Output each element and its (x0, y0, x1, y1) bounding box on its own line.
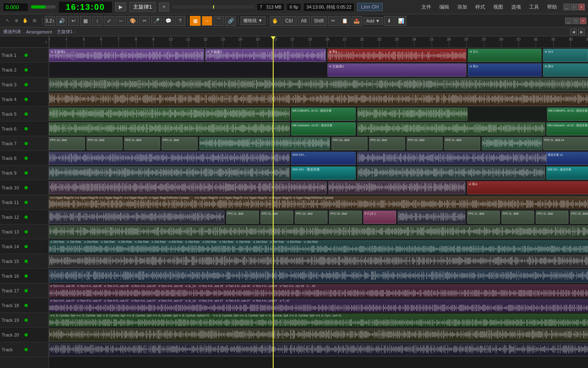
grid-label[interactable]: 栅格线 ▼ (241, 16, 265, 25)
clip-track11-bg[interactable]: ⊲⊲ Hyper RagsTo ⊲⊲ Hyper RagsTo ⊲⊲ Hyper… (49, 196, 588, 209)
clip-track8-1[interactable] (49, 152, 290, 165)
clip-track7-8[interactable]: FPC Gl...Bell (407, 137, 443, 150)
clip-track17-bg[interactable]: ⊲ Tom 4 H...ock #6 ⊲ Tom 4 H...ock #6 ⊲ … (49, 284, 588, 297)
tool-alt[interactable]: Alt (298, 16, 310, 26)
tool-comment[interactable]: 💬 (163, 16, 174, 26)
clip-track7-3[interactable]: FPC G...Bell (124, 137, 160, 150)
scroll-icon[interactable]: ✋ (21, 17, 29, 25)
clip-track12-2[interactable]: FPC G...Bell (226, 211, 259, 224)
clip-track10-3[interactable] (328, 181, 466, 194)
clip-track12-3[interactable]: FPC G...Bell (261, 211, 293, 224)
cursor-icon[interactable]: ↖ (3, 17, 11, 25)
tool-hand[interactable]: 🖐 (270, 16, 281, 26)
tool-ctrl[interactable]: Ctrl (282, 16, 296, 26)
clip-track20-1[interactable] (49, 328, 588, 341)
menu-add[interactable]: 添加 (456, 3, 469, 11)
clip-track1-1[interactable]: ⊲ 主旋律1 (49, 49, 204, 62)
add-pattern-button[interactable]: + (159, 2, 169, 11)
track-10-led[interactable] (24, 186, 28, 189)
clip-track12-10[interactable]: FPC G...Bell (536, 211, 568, 224)
tool-collapse[interactable]: ↕ (92, 16, 102, 26)
clip-track8-2[interactable]: 909 OH... (291, 152, 356, 165)
clip-track5-3[interactable] (357, 108, 468, 121)
track-1-led[interactable] (24, 54, 28, 57)
tool-copy[interactable]: 📋 (340, 16, 350, 26)
tool-mixer[interactable]: 📊 (396, 16, 406, 26)
clip-track6-3[interactable] (357, 122, 545, 135)
clip-track6-1[interactable] (49, 122, 290, 135)
tool-paste[interactable]: 📤 (352, 16, 362, 26)
maximize-button[interactable]: □ (571, 4, 577, 10)
clip-track9-1[interactable] (49, 166, 290, 180)
clip-track12-8[interactable]: FPC G...Bell (467, 211, 500, 224)
track-9-led[interactable] (24, 171, 28, 175)
clip-track14-bg[interactable]: ⊲ Zild Ride ⊲ Zild Ride ⊲ Zild Ride ⊲ Zi… (49, 240, 588, 253)
track-4-led[interactable] (24, 98, 28, 101)
track-3-led[interactable] (24, 83, 28, 86)
clip-track7-5[interactable] (199, 137, 330, 150)
clip-track7-7[interactable]: FPC Gl...Bell (369, 137, 405, 150)
clip-track2-2[interactable]: ⊲ 和2 (468, 63, 541, 76)
minimize-button[interactable]: _ (564, 4, 570, 10)
clip-track16-1[interactable] (49, 269, 588, 283)
track-2-led[interactable] (24, 68, 28, 72)
clip-track4-1[interactable] (49, 93, 588, 106)
tool-link[interactable]: 🔗 (225, 16, 236, 26)
tool-curve[interactable]: ⌒ (214, 16, 224, 26)
breadcrumb-arrangement[interactable]: Arrangement (26, 29, 52, 34)
tool-help[interactable]: ? (175, 16, 185, 26)
clip-track12-6[interactable]: F C j E 1 (363, 211, 396, 224)
menu-tools[interactable]: 工具 (528, 3, 541, 11)
scroll-left-btn[interactable]: ◀ (570, 29, 577, 35)
clip-track5-4[interactable]: MA CoffeePo...le 01 - 通道音量 (547, 108, 588, 121)
tool-record[interactable]: 🎤 (151, 16, 162, 26)
clip-track5-2[interactable]: MA CoffeePo...le 01 - 通道音量 (291, 108, 356, 121)
clip-track8-4[interactable]: 通道音量 x2 (546, 152, 588, 165)
tool-grid[interactable]: ▦ (80, 16, 91, 26)
track-11-led[interactable] (24, 201, 28, 204)
clip-track2-3[interactable]: ⊲ 和3 (543, 63, 588, 76)
close-button[interactable]: × (578, 4, 585, 10)
clip-track6-2[interactable]: MA Carboard...ck 02 - 通道音量 (291, 122, 356, 135)
clip-track1-5[interactable]: ⊲ 分2 (543, 49, 588, 62)
clip-track7-10[interactable] (482, 137, 542, 150)
track-7-led[interactable] (24, 142, 28, 145)
clip-track19-bg[interactable]: ⊲⊲ JL Cymbal..Spli ⊲⊲ JL Cymbal..Spli ⊲ … (49, 314, 588, 327)
arrange-close[interactable]: × (580, 18, 586, 24)
tool-zoom-level[interactable]: 3.2↕ (45, 16, 55, 26)
snap-icon[interactable]: ⊞ (30, 17, 38, 25)
track-5-led[interactable] (24, 112, 28, 116)
tool-arrow[interactable]: → (202, 16, 212, 26)
clip-track7-6[interactable]: FPC Gl...Bell (332, 137, 368, 150)
play-button[interactable]: ▶ (115, 2, 126, 11)
clip-track9-3[interactable] (357, 166, 545, 180)
tool-undo-redo[interactable]: ↩ (68, 16, 79, 26)
breadcrumb-playlists[interactable]: 播放列表 (3, 29, 21, 35)
clip-track7-4[interactable]: FPC G...Bell (162, 137, 198, 150)
track-18-led[interactable] (24, 304, 28, 307)
zoom-icon[interactable]: ⊕ (12, 17, 20, 25)
clip-track5-1[interactable] (49, 108, 290, 121)
track-13-led[interactable] (24, 230, 28, 233)
clip-track12-11[interactable]: FPC Gl...Bell (570, 211, 588, 224)
tool-resize[interactable]: ⤢ (104, 16, 114, 26)
track-16-led[interactable] (24, 274, 28, 278)
clip-track12-5[interactable]: FPC Gl...Bell (329, 211, 362, 224)
add-label[interactable]: Add ▼ (363, 17, 383, 25)
tool-pattern-view[interactable]: ▦ (190, 16, 200, 26)
clip-track12-9[interactable]: FPC G...Bell (501, 211, 534, 224)
track-14-led[interactable] (24, 245, 28, 248)
clip-track12-4[interactable]: FPC Gl...Bell (295, 211, 327, 224)
clip-track15-1[interactable] (49, 255, 588, 268)
clip-track12-7[interactable] (398, 211, 466, 224)
track-20-led[interactable] (24, 333, 28, 337)
clip-track7-9[interactable]: FPC G...Bell (444, 137, 480, 150)
clip-track9-2[interactable]: 909 OH - 通道音量 (291, 166, 356, 180)
clip-track12-1[interactable] (49, 211, 225, 224)
volume-slider[interactable] (31, 5, 56, 9)
clip-track7-11[interactable]: FPC G...Bell x4 (543, 137, 588, 150)
menu-options[interactable]: 选项 (510, 3, 523, 11)
clip-track6-4[interactable]: MA Carboard...ck 02 - 通道音量 (546, 122, 588, 135)
clip-track2-1[interactable]: ⊲ 主旋律1 (327, 63, 466, 76)
track-21-led[interactable] (24, 348, 28, 351)
